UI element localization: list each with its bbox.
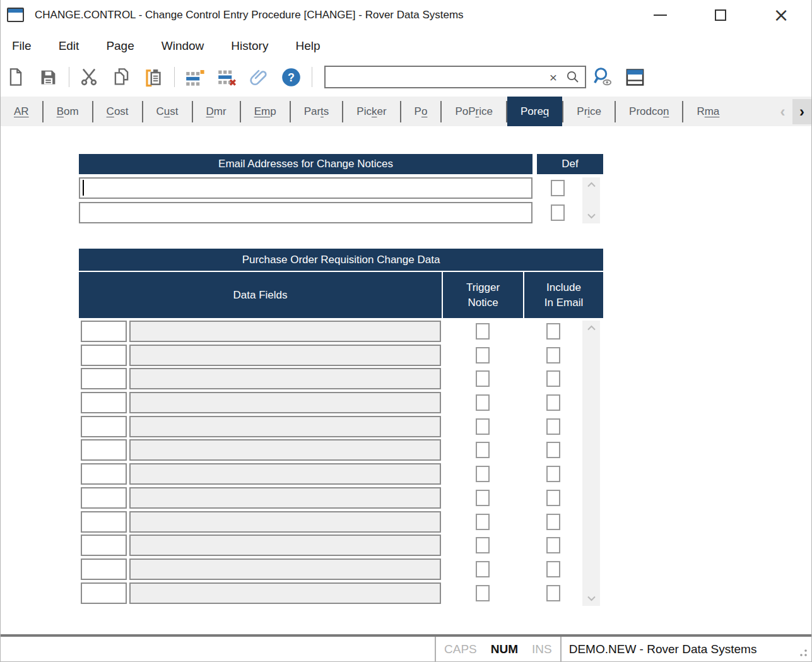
trigger-cell xyxy=(441,585,524,601)
po-table-title: Purchase Order Requisition Change Data xyxy=(79,249,603,271)
paste-button[interactable] xyxy=(142,66,165,88)
tab-prodcon[interactable]: Prodcon xyxy=(616,97,682,126)
email-scrollbar[interactable] xyxy=(582,177,600,223)
trigger-notice-checkbox[interactable] xyxy=(476,514,490,530)
trigger-notice-checkbox[interactable] xyxy=(476,370,490,387)
trigger-notice-checkbox[interactable] xyxy=(476,537,490,553)
layout-button[interactable] xyxy=(623,66,646,88)
include-in-email-checkbox[interactable] xyxy=(546,537,560,553)
menu-file[interactable]: File xyxy=(12,39,32,53)
field-code-input[interactable] xyxy=(81,345,127,366)
toolbar-separator xyxy=(312,67,312,87)
resize-grip-icon[interactable] xyxy=(795,646,809,662)
po-scrollbar[interactable] xyxy=(582,321,600,606)
email-address-input[interactable] xyxy=(79,202,533,223)
close-button[interactable]: × xyxy=(751,0,811,30)
trigger-cell xyxy=(441,466,524,482)
tab-poprice[interactable]: PoPrice xyxy=(442,97,506,126)
field-code-input[interactable] xyxy=(81,487,127,509)
app-window: CHANGE.CONTROL - Change Control Entry Pr… xyxy=(0,0,812,662)
include-cell xyxy=(524,418,582,435)
copy-button[interactable] xyxy=(110,66,132,88)
menu-help[interactable]: Help xyxy=(295,39,320,53)
delete-rows-button[interactable] xyxy=(215,66,238,88)
field-code-input[interactable] xyxy=(81,392,127,413)
trigger-notice-checkbox[interactable] xyxy=(476,418,490,435)
trigger-notice-checkbox[interactable] xyxy=(476,323,490,340)
search-icon[interactable] xyxy=(566,70,580,84)
trigger-notice-checkbox[interactable] xyxy=(476,347,490,364)
insert-rows-button[interactable] xyxy=(183,66,206,88)
tab-scroll-right-icon[interactable]: › xyxy=(792,99,811,124)
include-in-email-checkbox[interactable] xyxy=(546,347,560,364)
def-checkbox[interactable] xyxy=(551,180,565,196)
include-in-email-checkbox[interactable] xyxy=(546,466,560,482)
field-code-input[interactable] xyxy=(81,559,127,580)
field-code-input[interactable] xyxy=(81,439,127,461)
tab-picker[interactable]: Picker xyxy=(343,97,399,126)
lookup-button[interactable] xyxy=(591,66,614,88)
include-in-email-checkbox[interactable] xyxy=(546,442,560,458)
maximize-icon xyxy=(715,9,726,21)
include-in-email-checkbox[interactable] xyxy=(546,370,560,387)
email-address-input[interactable] xyxy=(79,177,533,199)
clear-search-icon[interactable]: × xyxy=(550,71,557,84)
tab-scroll-left-icon[interactable]: ‹ xyxy=(774,99,791,124)
save-button[interactable] xyxy=(37,66,59,88)
trigger-notice-checkbox[interactable] xyxy=(476,442,490,458)
include-in-email-checkbox[interactable] xyxy=(546,585,560,601)
include-in-email-checkbox[interactable] xyxy=(546,418,560,435)
minimize-button[interactable] xyxy=(630,0,690,30)
menu-page[interactable]: Page xyxy=(106,39,134,53)
field-code-input[interactable] xyxy=(81,582,127,604)
trigger-cell xyxy=(441,490,524,506)
field-code-input[interactable] xyxy=(81,535,127,556)
tab-ar[interactable]: AR xyxy=(1,97,42,126)
include-in-email-checkbox[interactable] xyxy=(546,514,560,530)
tab-rma[interactable]: Rma xyxy=(683,97,733,126)
include-in-email-checkbox[interactable] xyxy=(546,490,560,506)
tab-parts[interactable]: Parts xyxy=(291,97,343,126)
field-code-input[interactable] xyxy=(81,511,127,533)
field-code-input[interactable] xyxy=(81,368,127,389)
field-code-input[interactable] xyxy=(81,463,127,485)
maximize-button[interactable] xyxy=(690,0,751,30)
include-in-email-checkbox[interactable] xyxy=(546,323,560,340)
cut-button[interactable] xyxy=(78,66,100,88)
trigger-notice-checkbox[interactable] xyxy=(476,490,490,506)
tab-poreq[interactable]: Poreq xyxy=(507,97,562,126)
help-button[interactable]: ? xyxy=(279,66,302,88)
tab-price[interactable]: Price xyxy=(563,97,615,126)
field-code-input[interactable] xyxy=(81,416,127,437)
tab-bom[interactable]: Bom xyxy=(44,97,92,126)
scroll-down-icon[interactable] xyxy=(582,596,600,601)
search-input[interactable] xyxy=(324,66,586,88)
tab-cust[interactable]: Cust xyxy=(143,97,192,126)
def-checkbox[interactable] xyxy=(551,204,565,221)
trigger-notice-checkbox[interactable] xyxy=(476,561,490,577)
toolbar-search: × xyxy=(324,66,586,88)
include-in-email-checkbox[interactable] xyxy=(546,561,560,577)
include-in-email-checkbox[interactable] xyxy=(546,394,560,411)
po-row xyxy=(79,416,603,437)
menu-history[interactable]: History xyxy=(231,39,268,53)
trigger-notice-checkbox[interactable] xyxy=(476,466,490,482)
trigger-cell xyxy=(441,514,524,530)
scroll-up-icon[interactable] xyxy=(582,182,600,187)
tab-emp[interactable]: Emp xyxy=(241,97,290,126)
email-addresses-header: Email Addresses for Change Notices xyxy=(79,154,533,174)
po-row xyxy=(79,511,603,533)
tab-dmr[interactable]: Dmr xyxy=(193,97,240,126)
trigger-notice-checkbox[interactable] xyxy=(476,585,490,601)
attachment-button[interactable] xyxy=(247,66,270,88)
field-code-input[interactable] xyxy=(81,321,127,342)
menu-window[interactable]: Window xyxy=(162,39,204,53)
trigger-notice-checkbox[interactable] xyxy=(476,394,490,411)
scroll-up-icon[interactable] xyxy=(582,325,600,331)
menu-edit[interactable]: Edit xyxy=(59,39,79,53)
scroll-down-icon[interactable] xyxy=(582,213,600,219)
tab-cost[interactable]: Cost xyxy=(93,97,142,126)
tab-po[interactable]: Po xyxy=(401,97,441,126)
po-row xyxy=(79,392,603,413)
new-document-button[interactable] xyxy=(4,66,27,88)
